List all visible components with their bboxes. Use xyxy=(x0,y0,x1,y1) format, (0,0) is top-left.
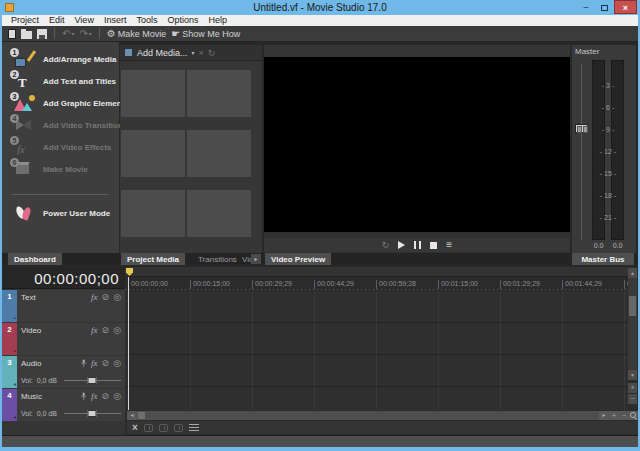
playhead-line[interactable] xyxy=(128,277,129,410)
stop-button[interactable] xyxy=(430,242,437,249)
redo-button[interactable]: ↷▾ xyxy=(79,27,91,41)
preview-menu-icon[interactable]: ≡ xyxy=(446,240,452,250)
make-movie-button[interactable]: ⚙Make Movie xyxy=(107,27,166,41)
volume-value[interactable]: 0,0 dB xyxy=(37,410,57,417)
track-header-audio[interactable]: 3 ◂ Audio fx ⊘ ◎ Vol: 0,0 dB xyxy=(2,356,125,388)
video-track-icon: ▪ xyxy=(14,315,16,321)
master-fader-handle[interactable] xyxy=(575,124,588,133)
h-scrollbar[interactable]: ◄ ► + − xyxy=(127,411,638,420)
track-tool-button[interactable] xyxy=(189,424,199,432)
timeline-zoom-in-button[interactable]: + xyxy=(609,411,619,420)
track-fx-button[interactable]: fx xyxy=(91,326,98,335)
track-fx-button[interactable]: fx xyxy=(91,359,98,368)
master-db-right: 0.0 xyxy=(611,242,624,249)
menu-item-project[interactable]: Project xyxy=(6,15,44,26)
track-name[interactable]: Music xyxy=(21,392,42,401)
track-name[interactable]: Text xyxy=(21,293,36,302)
show-me-how-button[interactable]: ☛Show Me How xyxy=(171,27,240,41)
sidebar-item-add-text-titles[interactable]: 2T Add Text and Titles xyxy=(4,70,119,92)
zoom-tool-button[interactable] xyxy=(629,411,638,420)
timeline-lanes[interactable] xyxy=(125,291,628,410)
volume-value[interactable]: 0,0 dB xyxy=(37,377,57,384)
mic-icon[interactable] xyxy=(80,392,87,401)
track-height-zoom-out-button[interactable]: − xyxy=(628,394,637,404)
sidebar-item-label: Add Video Effects xyxy=(43,143,111,152)
save-project-button[interactable] xyxy=(37,27,47,41)
menu-item-edit[interactable]: Edit xyxy=(44,15,70,26)
mic-icon[interactable] xyxy=(80,359,87,368)
volume-slider[interactable] xyxy=(64,380,121,381)
track-color-strip[interactable]: 3 ◂ xyxy=(2,356,17,388)
volume-slider-handle[interactable] xyxy=(88,377,97,384)
main-toolbar: ↶▾ ↷▾ ⚙Make Movie ☛Show Me How xyxy=(2,26,638,42)
undo-dropdown-icon[interactable]: ▾ xyxy=(71,27,74,41)
delete-button[interactable]: × xyxy=(132,423,138,433)
tab-project-media[interactable]: Project Media xyxy=(121,253,185,265)
track-fx-button[interactable]: fx xyxy=(91,392,98,401)
add-media-dropdown-icon[interactable]: ▾ xyxy=(192,49,195,56)
sidebar-item-power-user-mode[interactable]: Power User Mode xyxy=(4,202,119,224)
volume-slider[interactable] xyxy=(64,413,121,414)
track-solo-button[interactable]: ◎ xyxy=(113,359,121,368)
timeline-zoom-out-button[interactable]: − xyxy=(619,411,629,420)
track-name[interactable]: Video xyxy=(21,326,41,335)
track-header-video[interactable]: 2 ▪ Video fx ⊘ ◎ xyxy=(2,323,125,355)
tab-master-bus[interactable]: Master Bus xyxy=(572,253,634,265)
v-scrollbar-thumb[interactable] xyxy=(629,296,636,316)
track-color-strip[interactable]: 1 ▪ xyxy=(2,290,17,322)
track-mute-button[interactable]: ⊘ xyxy=(102,326,110,335)
tab-overflow-button[interactable]: ▸ xyxy=(251,254,261,264)
menu-item-view[interactable]: View xyxy=(70,15,99,26)
h-scrollbar-track[interactable] xyxy=(146,411,599,420)
sidebar-divider xyxy=(12,194,108,195)
pause-button[interactable] xyxy=(414,241,421,249)
loop-playback-icon[interactable]: ↻ xyxy=(382,241,390,250)
track-header-text[interactable]: 1 ▪ Text fx ⊘ ◎ xyxy=(2,290,125,322)
h-scroll-left-button[interactable]: ◄ xyxy=(127,411,137,420)
time-display[interactable]: 00:00:00;00 xyxy=(2,267,125,289)
track-header-music[interactable]: 4 ◂ Music fx ⊘ ◎ Vol: 0,0 dB xyxy=(2,389,125,421)
track-height-zoom-in-button[interactable]: + xyxy=(628,383,637,393)
v-scroll-up-button[interactable]: ▲ xyxy=(628,268,637,278)
menu-item-help[interactable]: Help xyxy=(203,15,232,26)
track-fx-button[interactable]: fx xyxy=(91,293,98,302)
minimize-button[interactable]: – xyxy=(578,0,594,14)
sidebar-item-add-graphic-elements[interactable]: 3 Add Graphic Elements xyxy=(4,92,119,114)
menu-item-tools[interactable]: Tools xyxy=(131,15,162,26)
menu-item-options[interactable]: Options xyxy=(162,15,203,26)
track-mute-button[interactable]: ⊘ xyxy=(102,293,110,302)
new-project-button[interactable] xyxy=(8,27,16,41)
marker-bar[interactable] xyxy=(125,267,628,277)
track-name[interactable]: Audio xyxy=(21,359,41,368)
close-button[interactable]: × xyxy=(614,0,637,14)
sidebar-item-add-arrange-media[interactable]: 1 Add/Arrange Media xyxy=(4,48,119,70)
play-button[interactable] xyxy=(398,241,405,249)
edit-tool-button xyxy=(159,424,168,432)
volume-slider-handle[interactable] xyxy=(88,410,97,417)
track-color-strip[interactable]: 4 ◂ xyxy=(2,389,17,421)
track-color-strip[interactable]: 2 ▪ xyxy=(2,323,17,355)
remove-media-icon: × xyxy=(199,48,204,58)
v-scrollbar-track[interactable] xyxy=(628,278,637,370)
tab-dashboard[interactable]: Dashboard xyxy=(8,253,62,265)
track-mute-button[interactable]: ⊘ xyxy=(102,392,110,401)
maximize-button[interactable] xyxy=(596,0,612,14)
v-scroll-down-button[interactable]: ▼ xyxy=(628,370,637,380)
meter-scale-label: 6 xyxy=(598,104,618,111)
track-solo-button[interactable]: ◎ xyxy=(113,326,121,335)
menu-item-insert[interactable]: Insert xyxy=(99,15,132,26)
tab-transitions[interactable]: Transitions xyxy=(192,253,243,265)
add-media-button[interactable]: Add Media... xyxy=(137,48,188,58)
track-mute-button[interactable]: ⊘ xyxy=(102,359,110,368)
track-solo-button[interactable]: ◎ xyxy=(113,392,121,401)
track-solo-button[interactable]: ◎ xyxy=(113,293,121,302)
audio-track-icon: ◂ xyxy=(13,381,16,387)
tab-video-preview[interactable]: Video Preview xyxy=(265,253,331,265)
h-scroll-right-button[interactable]: ► xyxy=(599,411,609,420)
redo-dropdown-icon[interactable]: ▾ xyxy=(89,27,92,41)
open-project-button[interactable] xyxy=(21,27,32,41)
h-scrollbar-thumb[interactable] xyxy=(138,412,145,419)
track-number: 3 xyxy=(2,358,17,367)
timeline-ruler[interactable]: 00:00:00;00 00:00:15;00 00:00:29;29 00:0… xyxy=(125,277,628,291)
undo-button[interactable]: ↶▾ xyxy=(62,27,74,41)
